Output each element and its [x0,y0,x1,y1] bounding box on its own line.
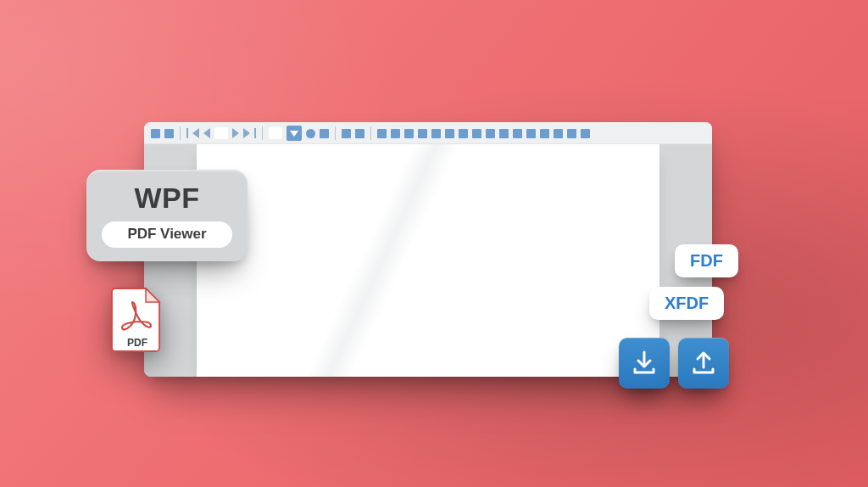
toolbar-button[interactable] [404,129,414,138]
last-page-icon[interactable] [243,128,250,138]
download-icon [630,349,659,378]
toolbar-button[interactable] [342,129,351,138]
next-page-icon[interactable] [232,128,239,138]
toolbar-button[interactable] [581,129,590,138]
toolbar-button[interactable] [377,129,387,138]
toolbar-separator [335,126,336,140]
prev-page-icon[interactable] [203,128,210,138]
viewer-toolbar [144,122,712,144]
toolbar-button[interactable] [567,129,576,138]
toolbar-button[interactable] [499,129,509,138]
toolbar-button[interactable] [459,129,468,138]
platform-badge: WPF PDF Viewer [86,170,248,261]
platform-subtitle: PDF Viewer [102,221,232,248]
toolbar-button[interactable] [554,129,563,138]
toolbar-button[interactable] [355,129,364,138]
zoom-field[interactable] [269,127,282,139]
first-page-icon[interactable] [192,128,199,138]
last-page-icon[interactable] [254,128,256,138]
toolbar-button[interactable] [472,129,481,138]
toolbar-button[interactable] [320,129,329,138]
format-pill-xfdf[interactable]: XFDF [649,287,724,320]
toolbar-button[interactable] [513,129,522,138]
toolbar-button[interactable] [540,129,549,138]
toolbar-button[interactable] [418,129,427,138]
zoom-dropdown-icon[interactable] [287,126,302,141]
pdf-file-icon: PDF [110,287,164,353]
toolbar-separator [370,126,371,140]
platform-title: WPF [102,182,232,215]
pdf-file-caption: PDF [127,337,147,349]
toolbar-button[interactable] [151,129,160,138]
export-button[interactable] [678,338,729,389]
toolbar-separator [180,126,181,140]
toolbar-button[interactable] [306,129,315,138]
toolbar-button[interactable] [526,129,536,138]
first-page-icon[interactable] [186,128,188,138]
toolbar-separator [262,126,263,140]
document-page[interactable] [197,144,659,377]
toolbar-button[interactable] [486,129,495,138]
format-pill-fdf[interactable]: FDF [675,244,738,277]
toolbar-button[interactable] [164,129,174,138]
page-number-field[interactable] [214,127,228,139]
toolbar-button[interactable] [445,129,454,138]
toolbar-button[interactable] [391,129,400,138]
import-button[interactable] [619,338,670,389]
toolbar-button[interactable] [431,129,441,138]
upload-icon [689,349,718,378]
